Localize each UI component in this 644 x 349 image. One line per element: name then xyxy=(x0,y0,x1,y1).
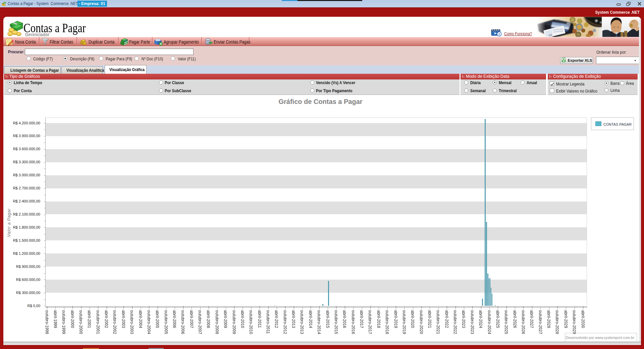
svg-text:?: ? xyxy=(498,33,500,36)
